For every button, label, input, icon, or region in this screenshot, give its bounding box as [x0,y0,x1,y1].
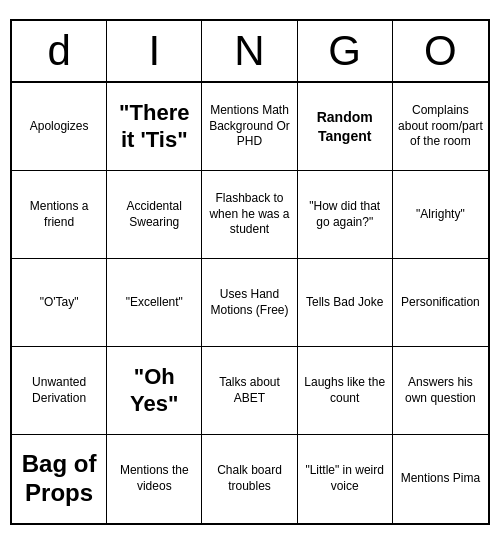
header-letter-i: I [107,21,202,81]
bingo-cell-20: Bag of Props [12,435,107,523]
bingo-cell-13: Tells Bad Joke [298,259,393,347]
bingo-cell-text-16: "Oh Yes" [111,364,197,417]
bingo-cell-2: Mentions Math Background Or PHD [202,83,297,171]
bingo-cell-text-10: "O'Tay" [40,295,79,311]
bingo-cell-text-22: Chalk board troubles [206,463,292,494]
bingo-cell-18: Laughs like the count [298,347,393,435]
bingo-cell-0: Apologizes [12,83,107,171]
header-letter-g: G [298,21,393,81]
bingo-cell-text-3: Random Tangent [302,108,388,144]
bingo-cell-text-24: Mentions Pima [401,471,480,487]
header-letter-o: O [393,21,488,81]
bingo-cell-text-2: Mentions Math Background Or PHD [206,103,292,150]
bingo-cell-text-12: Uses Hand Motions (Free) [206,287,292,318]
bingo-cell-17: Talks about ABET [202,347,297,435]
bingo-cell-7: Flashback to when he was a student [202,171,297,259]
bingo-cell-text-20: Bag of Props [16,450,102,508]
bingo-cell-text-19: Answers his own question [397,375,484,406]
bingo-cell-text-14: Personification [401,295,480,311]
bingo-cell-12: Uses Hand Motions (Free) [202,259,297,347]
bingo-cell-3: Random Tangent [298,83,393,171]
bingo-cell-23: "Little" in weird voice [298,435,393,523]
bingo-cell-text-21: Mentions the videos [111,463,197,494]
bingo-cell-text-8: "How did that go again?" [302,199,388,230]
bingo-cell-4: Complains about room/part of the room [393,83,488,171]
bingo-cell-22: Chalk board troubles [202,435,297,523]
bingo-grid: Apologizes"There it 'Tis"Mentions Math B… [12,83,488,523]
bingo-cell-5: Mentions a friend [12,171,107,259]
bingo-cell-8: "How did that go again?" [298,171,393,259]
bingo-cell-19: Answers his own question [393,347,488,435]
bingo-cell-11: "Excellent" [107,259,202,347]
bingo-cell-10: "O'Tay" [12,259,107,347]
bingo-cell-text-18: Laughs like the count [302,375,388,406]
bingo-cell-1: "There it 'Tis" [107,83,202,171]
bingo-card: dINGO Apologizes"There it 'Tis"Mentions … [10,19,490,525]
bingo-cell-text-4: Complains about room/part of the room [397,103,484,150]
bingo-cell-16: "Oh Yes" [107,347,202,435]
bingo-cell-21: Mentions the videos [107,435,202,523]
bingo-cell-14: Personification [393,259,488,347]
bingo-cell-9: "Alrighty" [393,171,488,259]
bingo-cell-text-17: Talks about ABET [206,375,292,406]
bingo-cell-text-11: "Excellent" [126,295,183,311]
bingo-cell-15: Unwanted Derivation [12,347,107,435]
bingo-cell-text-7: Flashback to when he was a student [206,191,292,238]
bingo-cell-text-13: Tells Bad Joke [306,295,383,311]
bingo-cell-text-6: Accidental Swearing [111,199,197,230]
bingo-header: dINGO [12,21,488,83]
bingo-cell-text-1: "There it 'Tis" [111,100,197,153]
bingo-cell-text-5: Mentions a friend [16,199,102,230]
bingo-cell-text-9: "Alrighty" [416,207,465,223]
header-letter-n: N [202,21,297,81]
bingo-cell-6: Accidental Swearing [107,171,202,259]
bingo-cell-text-23: "Little" in weird voice [302,463,388,494]
header-letter-d: d [12,21,107,81]
bingo-cell-text-0: Apologizes [30,119,89,135]
bingo-cell-text-15: Unwanted Derivation [16,375,102,406]
bingo-cell-24: Mentions Pima [393,435,488,523]
